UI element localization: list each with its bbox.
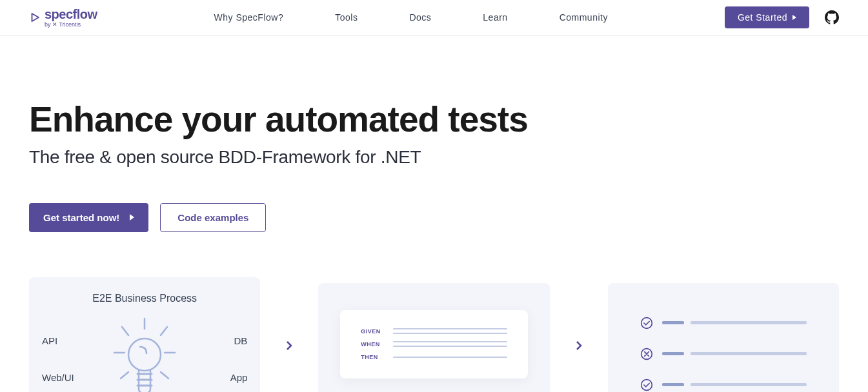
logo-play-icon [29, 12, 41, 23]
result-row-pass [640, 378, 807, 391]
check-circle-icon [640, 378, 653, 391]
nav-learn[interactable]: Learn [483, 12, 507, 23]
card-results-rows [621, 299, 826, 391]
logo-sub: by ✕ Tricentis [45, 22, 97, 28]
card-e2e-process: E2E Business Process API Web/UI [29, 277, 260, 393]
placeholder-bar [691, 383, 807, 386]
svg-point-8 [641, 317, 652, 328]
placeholder-line [393, 346, 507, 347]
chevron-right-icon [286, 340, 292, 353]
nav-tools[interactable]: Tools [335, 12, 358, 23]
get-started-button[interactable]: Get Started [725, 6, 809, 28]
card-results [608, 283, 839, 393]
placeholder-bar [662, 321, 684, 324]
hero-title: Enhance your automated tests [29, 100, 839, 139]
card-e2e-right-col: DB App [193, 335, 247, 383]
logo-main: specflow [45, 8, 97, 21]
code-examples-button[interactable]: Code examples [160, 203, 266, 232]
github-icon[interactable] [825, 10, 839, 24]
svg-point-7 [128, 338, 161, 371]
gherkin-given-lines [393, 328, 507, 334]
placeholder-bar [662, 383, 684, 386]
gherkin-given: GIVEN [361, 328, 384, 335]
svg-line-6 [161, 372, 168, 378]
hero-subtitle: The free & open source BDD-Framework for… [29, 147, 839, 168]
gherkin-when-lines [393, 341, 507, 347]
nav-community[interactable]: Community [560, 12, 608, 23]
main-nav: Why SpecFlow? Tools Docs Learn Community [214, 12, 608, 23]
get-started-now-label: Get started now! [43, 212, 119, 223]
play-icon [792, 15, 796, 20]
card-gherkin: GIVEN WHEN THEN [318, 283, 549, 393]
gherkin-then-row: THEN [361, 354, 507, 360]
placeholder-line [393, 341, 507, 342]
logo[interactable]: specflow by ✕ Tricentis [29, 8, 97, 28]
chevron-right-icon [576, 340, 582, 353]
check-circle-icon [640, 317, 653, 329]
label-api: API [42, 335, 96, 346]
result-bars [662, 321, 807, 324]
result-bars [662, 383, 807, 386]
placeholder-bar [662, 352, 684, 355]
logo-text: specflow by ✕ Tricentis [45, 8, 97, 28]
svg-line-2 [161, 327, 167, 335]
play-icon [130, 214, 134, 220]
card-e2e-title: E2E Business Process [42, 293, 247, 304]
svg-line-1 [122, 327, 128, 335]
gherkin-given-row: GIVEN [361, 328, 507, 335]
get-started-label: Get Started [738, 12, 787, 23]
placeholder-bar [691, 321, 807, 324]
hero-section: Enhance your automated tests The free & … [0, 35, 868, 232]
card-e2e-left-col: API Web/UI [42, 335, 96, 383]
result-row-pass [640, 317, 807, 329]
gherkin-then: THEN [361, 354, 384, 360]
header: specflow by ✕ Tricentis Why SpecFlow? To… [0, 0, 868, 35]
nav-docs[interactable]: Docs [409, 12, 431, 23]
placeholder-bar [691, 352, 807, 355]
x-circle-icon [640, 348, 653, 360]
nav-why-specflow[interactable]: Why SpecFlow? [214, 12, 284, 23]
result-bars [662, 352, 807, 355]
placeholder-line [393, 328, 507, 329]
card-e2e-grid: API Web/UI DB [42, 317, 247, 393]
card-gherkin-inner: GIVEN WHEN THEN [340, 310, 527, 378]
gherkin-when-row: WHEN [361, 341, 507, 348]
gherkin-when: WHEN [361, 341, 384, 348]
label-app: App [230, 372, 248, 383]
hero-buttons: Get started now! Code examples [29, 203, 839, 232]
feature-cards: E2E Business Process API Web/UI [0, 232, 868, 393]
result-row-fail [640, 348, 807, 360]
placeholder-line [393, 333, 507, 334]
label-webui: Web/UI [42, 372, 96, 383]
svg-point-10 [641, 379, 652, 390]
get-started-now-button[interactable]: Get started now! [29, 203, 148, 232]
placeholder-line [393, 357, 507, 358]
svg-line-5 [121, 372, 128, 378]
lightbulb-icon [109, 317, 180, 393]
header-right: Get Started [725, 6, 839, 28]
label-db: DB [234, 335, 247, 346]
gherkin-then-lines [393, 357, 507, 358]
